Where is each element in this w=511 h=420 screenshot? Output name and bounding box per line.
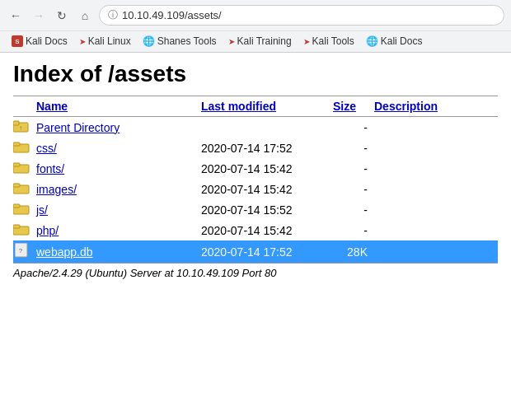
bookmarks-bar: S Kali Docs ➤ Kali Linux 🌐 Shanes Tools … [0, 30, 511, 52]
forward-button[interactable]: → [30, 7, 48, 25]
folder-icon [13, 140, 30, 153]
svg-rect-6 [13, 163, 20, 166]
file-size-cell: - [333, 220, 374, 240]
kali-arrow-icon-3: ➤ [303, 37, 310, 46]
svg-rect-12 [13, 225, 20, 228]
table-row: css/2020-07-14 17:52- [13, 138, 498, 158]
bookmark-kali-docs-2[interactable]: 🌐 Kali Docs [361, 34, 428, 49]
file-name-cell: images/ [36, 179, 201, 199]
address-bar[interactable]: ⓘ 10.10.49.109/assets/ [99, 5, 504, 26]
file-list-body: ↑Parent Directory-css/2020-07-14 17:52-f… [13, 117, 498, 264]
bookmark-label: Kali Linux [88, 35, 131, 47]
file-link[interactable]: fonts/ [36, 162, 64, 175]
file-size-cell: - [333, 158, 374, 179]
file-size-cell: - [333, 199, 374, 220]
table-row: fonts/2020-07-14 15:42- [13, 158, 498, 179]
col-desc-link[interactable]: Description [374, 100, 438, 113]
bookmark-label: Shanes Tools [157, 35, 217, 47]
file-icon-cell: ? [13, 240, 36, 264]
col-size-link[interactable]: Size [333, 100, 356, 113]
footer-text: Apache/2.4.29 (Ubuntu) Server at 10.10.4… [13, 267, 276, 279]
file-description-cell [374, 138, 498, 158]
svg-text:↑: ↑ [19, 124, 22, 132]
url-text: 10.10.49.109/assets/ [122, 9, 222, 21]
folder-icon [13, 222, 30, 236]
file-modified-cell: 2020-07-14 15:52 [201, 199, 333, 220]
file-link[interactable]: php/ [36, 224, 59, 237]
footer-row: Apache/2.4.29 (Ubuntu) Server at 10.10.4… [13, 264, 498, 282]
bookmark-label: Kali Docs [26, 35, 68, 47]
bookmark-kali-training[interactable]: ➤ Kali Training [223, 34, 297, 49]
file-size-cell: 28K [333, 240, 374, 264]
file-description-cell [374, 117, 498, 138]
globe-icon-2: 🌐 [366, 35, 378, 47]
th-description: Description [374, 96, 498, 117]
bookmark-shanes-tools[interactable]: 🌐 Shanes Tools [138, 34, 222, 49]
file-listing-table: Name Last modified Size Description ↑Par… [13, 96, 498, 282]
svg-rect-10 [13, 204, 20, 208]
file-link[interactable]: js/ [36, 203, 48, 217]
file-link[interactable]: Parent Directory [36, 121, 120, 134]
kali-docs-icon-1: S [12, 35, 23, 47]
table-row: ?webapp.db2020-07-14 17:5228K [13, 240, 498, 264]
back-button[interactable]: ← [7, 7, 25, 25]
file-modified-cell: 2020-07-14 15:42 [201, 220, 333, 240]
file-description-cell [374, 199, 498, 220]
th-icon [13, 96, 36, 117]
file-size-cell: - [333, 138, 374, 158]
th-modified: Last modified [201, 96, 333, 117]
file-name-cell: fonts/ [36, 158, 201, 179]
footer-cell: Apache/2.4.29 (Ubuntu) Server at 10.10.4… [13, 264, 498, 282]
bookmark-label: Kali Training [237, 35, 292, 47]
home-button[interactable]: ⌂ [76, 7, 94, 25]
table-row: ↑Parent Directory- [13, 117, 498, 138]
file-name-cell: css/ [36, 138, 201, 158]
file-icon-cell [13, 138, 36, 158]
col-name-link[interactable]: Name [36, 100, 68, 113]
file-size-cell: - [333, 179, 374, 199]
folder-icon [13, 161, 30, 174]
file-description-cell [374, 179, 498, 199]
svg-rect-8 [13, 184, 20, 187]
parent-dir-icon: ↑ [13, 119, 30, 133]
file-modified-cell: 2020-07-14 15:42 [201, 158, 333, 179]
svg-text:?: ? [19, 247, 23, 254]
svg-rect-4 [13, 142, 20, 146]
file-icon-cell [13, 179, 36, 199]
globe-icon-1: 🌐 [143, 35, 155, 47]
file-description-cell [374, 240, 498, 264]
file-icon-cell [13, 199, 36, 220]
kali-arrow-icon-2: ➤ [228, 37, 235, 46]
th-name: Name [36, 96, 201, 117]
file-icon-cell: ↑ [13, 117, 36, 138]
file-link[interactable]: webapp.db [36, 245, 93, 259]
file-name-cell: webapp.db [36, 240, 201, 264]
file-link[interactable]: css/ [36, 142, 57, 155]
file-icon-cell [13, 158, 36, 179]
file-description-cell [374, 220, 498, 240]
file-modified-cell: 2020-07-14 17:52 [201, 138, 333, 158]
file-link[interactable]: images/ [36, 183, 77, 196]
table-row: js/2020-07-14 15:52- [13, 199, 498, 220]
file-size-cell: - [333, 117, 374, 138]
bookmark-kali-linux[interactable]: ➤ Kali Linux [74, 34, 136, 49]
file-modified-cell [201, 117, 333, 138]
folder-icon [13, 202, 30, 215]
bookmark-label: Kali Tools [312, 35, 354, 47]
file-name-cell: php/ [36, 220, 201, 240]
col-modified-link[interactable]: Last modified [201, 100, 276, 113]
file-description-cell [374, 158, 498, 179]
th-size: Size [333, 96, 374, 117]
file-modified-cell: 2020-07-14 15:42 [201, 179, 333, 199]
folder-icon [13, 181, 30, 194]
reload-button[interactable]: ↻ [53, 7, 71, 25]
table-row: images/2020-07-14 15:42- [13, 179, 498, 199]
page-title: Index of /assets [13, 61, 498, 87]
lock-icon: ⓘ [108, 8, 118, 22]
bookmark-kali-docs-1[interactable]: S Kali Docs [7, 34, 73, 49]
bookmark-kali-tools[interactable]: ➤ Kali Tools [298, 34, 359, 49]
navigation-bar: ← → ↻ ⌂ ⓘ 10.10.49.109/assets/ [0, 0, 511, 30]
file-icon-cell [13, 220, 36, 240]
file-modified-cell: 2020-07-14 17:52 [201, 240, 333, 264]
page-content: Index of /assets Name Last modified Size… [0, 53, 511, 290]
